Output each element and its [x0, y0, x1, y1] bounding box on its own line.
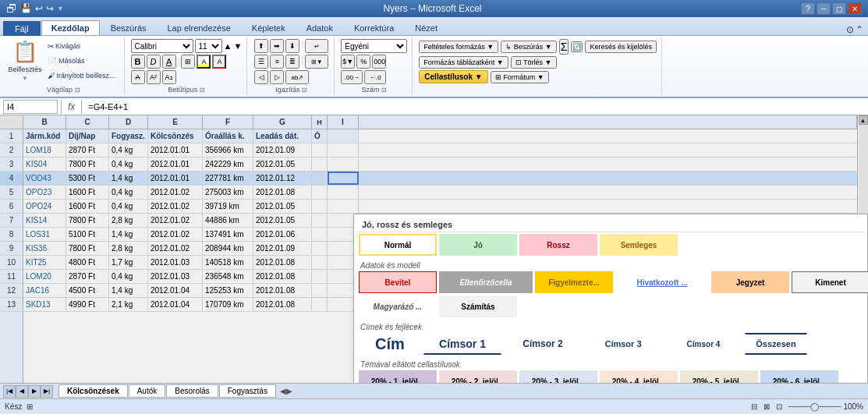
row-header-8[interactable]: 8 [0, 228, 23, 242]
beszuras-button[interactable]: ↳ Beszúrás ▼ [501, 41, 556, 53]
row-header-5[interactable]: 5 [0, 186, 23, 200]
check-style-cell[interactable]: Ellenőrzőcella [439, 271, 533, 293]
cell-e2[interactable]: 2012.01.01 [148, 143, 203, 157]
sheet-next-button[interactable]: ▶ [28, 385, 41, 398]
copy-button[interactable]: 📄 Másolás [44, 54, 119, 68]
cell-f5[interactable]: 275003 km [203, 186, 253, 199]
cell-c3[interactable]: 7800 Ft [66, 157, 109, 171]
row-header-1[interactable]: 1 [0, 129, 23, 143]
cimsor2-style-cell[interactable]: Címsor 2 [504, 333, 582, 355]
cell-i6[interactable] [328, 200, 359, 213]
align-left[interactable]: ☰ [254, 55, 268, 69]
kereses-button[interactable]: Keresés és kijelölés [585, 41, 657, 53]
cell-c5[interactable]: 1600 Ft [66, 186, 109, 199]
cell-g2[interactable]: 2012.01.09 [253, 143, 312, 157]
cell-d10[interactable]: 1,7 kg [109, 256, 148, 269]
strikethrough-button[interactable]: A [131, 70, 145, 84]
cell-c4[interactable]: 5300 Ft [66, 172, 109, 185]
note-style-cell[interactable]: Jegyzet [711, 271, 789, 293]
cell-e13[interactable]: 2012.01.04 [148, 298, 203, 311]
col-header-C[interactable]: C [66, 115, 109, 129]
cell-f4[interactable]: 227781 km [203, 172, 253, 185]
paste-special-button[interactable]: 🖌 Irányított beillesz... [44, 69, 119, 83]
cell-g1[interactable]: Leadás dát. [253, 129, 312, 143]
jelolo-20-4[interactable]: 20% - 4. jelöl... [600, 370, 678, 383]
tab-beszuras[interactable]: Beszúrás [101, 20, 157, 35]
font-size-down[interactable]: ▼ [233, 41, 242, 51]
cell-i4[interactable] [328, 172, 359, 185]
thousands-button[interactable]: 000 [372, 55, 386, 69]
col-header-F[interactable]: F [203, 115, 253, 129]
input-style-cell[interactable]: Bevitel [359, 271, 437, 293]
cell-c12[interactable]: 4500 Ft [66, 284, 109, 297]
cell-h1[interactable]: Ó [312, 129, 328, 143]
cell-c8[interactable]: 5100 Ft [66, 228, 109, 241]
cell-f10[interactable]: 140518 km [203, 256, 253, 269]
cell-b5[interactable]: OPO23 [23, 186, 66, 199]
normal-view-button[interactable]: ⊟ [751, 402, 757, 411]
cell-g4[interactable]: 2012.01.12 [253, 172, 312, 185]
cell-f6[interactable]: 39719 km [203, 200, 253, 213]
font-size-up[interactable]: ▲ [224, 41, 232, 51]
cell-e10[interactable]: 2012.01.03 [148, 256, 203, 269]
col-header-G[interactable]: G [253, 115, 312, 129]
tab-adatok[interactable]: Adatok [296, 20, 343, 35]
cell-e4[interactable]: 2012.01.01 [148, 172, 203, 185]
scroll-up-button[interactable]: ▲ [859, 115, 868, 125]
beillesztes-button[interactable]: 📋 Beillesztés ▼ [8, 39, 42, 83]
tab-lapelrendezese[interactable]: Lap elrendezése [158, 20, 241, 35]
cell-f3[interactable]: 242229 km [203, 157, 253, 171]
cell-f11[interactable]: 236548 km [203, 270, 253, 283]
zoom-slider[interactable]: ────◯──── 100% [788, 402, 863, 411]
cell-c10[interactable]: 4800 Ft [66, 256, 109, 269]
cell-c1[interactable]: Díj/Nap [66, 129, 109, 143]
tab-nezet[interactable]: Nézet [405, 20, 448, 35]
ribbon-minimize-icon[interactable]: ⌃ [856, 24, 863, 35]
col-header-B[interactable]: B [23, 115, 66, 129]
cell-b9[interactable]: KIS36 [23, 242, 66, 255]
quick-undo[interactable]: ↩ [35, 3, 43, 14]
cell-b1[interactable]: Járm.kód [23, 129, 66, 143]
align-middle[interactable]: ➡ [270, 39, 284, 53]
align-right[interactable]: ≣ [285, 55, 299, 69]
cell-b10[interactable]: KIT25 [23, 256, 66, 269]
help-button[interactable]: ? [801, 2, 815, 15]
cell-b8[interactable]: LOS31 [23, 228, 66, 241]
expl-style-cell[interactable]: Magyarázó ... [359, 295, 437, 317]
cell-d5[interactable]: 0,4 kg [109, 186, 148, 199]
formula-input[interactable] [85, 102, 865, 111]
torles-button[interactable]: ⊡ Törlés ▼ [511, 56, 557, 69]
cell-f13[interactable]: 170709 km [203, 298, 253, 311]
cell-c2[interactable]: 2870 Ft [66, 143, 109, 157]
cell-g6[interactable]: 2012.01.05 [253, 200, 312, 213]
merge-center[interactable]: ⊞▼ [305, 55, 328, 69]
formatazas-tablazatkent-button[interactable]: Formázás táblázatként ▼ [419, 56, 508, 69]
font-color-button[interactable]: A [212, 55, 226, 69]
superscript-button[interactable]: A² [147, 70, 161, 84]
bold-button[interactable]: B [131, 55, 145, 69]
align-bottom[interactable]: ⬇ [285, 39, 299, 53]
cell-h10[interactable] [312, 256, 328, 269]
close-button[interactable]: ✕ [848, 2, 862, 15]
cell-c9[interactable]: 7800 Ft [66, 242, 109, 255]
row-header-4[interactable]: 4 [0, 172, 23, 186]
sheet-tab-besorolas[interactable]: Besorolás [166, 384, 218, 398]
border-button[interactable]: ⊞ [181, 55, 195, 69]
osszesen-style-cell[interactable]: Összesen [745, 333, 807, 355]
sheet-tab-kolcsonzesek[interactable]: Kölcsönzések [58, 384, 128, 398]
cell-f1[interactable]: Óraállás k. [203, 129, 253, 143]
cell-g9[interactable]: 2012.01.09 [253, 242, 312, 255]
cell-h5[interactable] [312, 186, 328, 199]
page-break-button[interactable]: ⊡ [776, 402, 782, 411]
font-family-select[interactable]: Calibri [131, 39, 193, 53]
cell-d9[interactable]: 2,8 kg [109, 242, 148, 255]
cell-b4[interactable]: VOD43 [23, 172, 66, 185]
jelolo-20-2[interactable]: 20% - 2. jelöl... [439, 370, 517, 383]
cim-style-cell[interactable]: Cím [359, 333, 421, 355]
tab-fajl[interactable]: Fájl [3, 21, 41, 36]
calc-style-cell[interactable]: Számítás [439, 295, 517, 317]
ribbon-help-icon[interactable]: ⊙ [846, 24, 854, 35]
cell-f8[interactable]: 137491 km [203, 228, 253, 241]
jelolo-20-1[interactable]: 20% - 1. jelöl... [359, 370, 437, 383]
cell-f12[interactable]: 125253 km [203, 284, 253, 297]
